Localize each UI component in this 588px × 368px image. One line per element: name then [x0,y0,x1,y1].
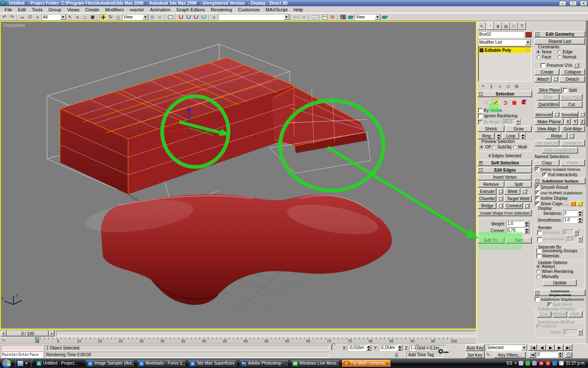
language-indicator[interactable]: ES [507,361,512,365]
connect-button[interactable]: Connect [504,203,523,209]
modifier-onoff-icon[interactable] [480,48,483,52]
grid-align-button[interactable]: Grid Align [561,126,585,132]
material-editor-icon[interactable] [339,14,346,21]
layer-manager-icon[interactable] [311,14,318,21]
menu-group[interactable]: Group [45,7,64,13]
tab-hierarchy[interactable]: ⋔ [494,22,502,30]
turn-button[interactable]: Turn [506,237,532,244]
constraint-none-radio[interactable] [536,50,541,54]
snap-3d-icon[interactable] [177,14,184,21]
edit-tri-button[interactable]: Edit Tri. [478,237,504,244]
connect-settings-button[interactable] [524,203,530,209]
isolate-mode-icon[interactable]: x [395,352,398,357]
keyboard-shortcut-key-icon[interactable] [435,346,446,357]
align-icon[interactable]: ≡ [300,14,307,21]
dropdown-arrow-icon[interactable] [525,40,531,45]
remove-modifier-icon[interactable]: ∅ [505,83,512,89]
loop-button[interactable]: Loop [502,133,519,139]
menu-reactor[interactable]: reactor [127,7,147,13]
update-button[interactable]: Update [543,280,577,286]
display-smoothness-spinner[interactable]: 1,0 [563,217,583,223]
planar-z-button[interactable]: Z [579,119,585,125]
slice-plane-button[interactable]: Slice Plane [537,87,562,93]
attach-button[interactable]: Attach [535,76,551,82]
set-key-button[interactable]: Set Key [465,352,485,358]
tray-icon-ati[interactable]: A [546,361,550,365]
reference-coordinate-dropdown[interactable]: View [122,14,148,20]
preview-off-radio[interactable] [480,145,484,149]
rollout-edit-edges[interactable]: -Edit Edges [478,167,532,173]
by-angle-spinner[interactable]: 45,0 [503,119,520,125]
taskbar-button-conversation[interactable]: TTía Mai© comenta, ... [341,359,391,367]
taskbar-button-ie3[interactable]: e3ds Max Superficies ... [188,359,237,367]
update-when-rendering-radio[interactable] [536,270,541,274]
rollout-soft-selection[interactable]: +Soft Selection [478,160,532,166]
mirror-icon[interactable]: ▷◁ [293,14,300,21]
modifier-stack[interactable]: Editable Poly ▷ [478,46,532,82]
rollout-selection[interactable]: -Selection [478,91,532,97]
taskbar-button-3dsmax[interactable]: GUntitled - Project... [34,359,84,367]
object-name-field[interactable]: Box02 [478,31,524,38]
tray-icon-display[interactable] [519,361,523,365]
preserve-uvs-settings-button[interactable] [574,63,579,68]
y-coord-spinner[interactable]: -0,154m [379,345,402,351]
selection-lock-icon[interactable] [331,345,332,349]
time-configuration-button[interactable] [565,352,572,358]
planar-x-button[interactable]: X [565,119,571,125]
preserve-uvs-checkbox[interactable] [541,63,545,68]
taskbar-button-messenger[interactable]: WWindows Live Mess... [290,359,340,367]
panel-scrollbar[interactable] [586,21,588,344]
bind-spacewarp-icon[interactable]: ≈ [34,14,41,21]
current-frame-spinner[interactable]: 0 [537,352,563,357]
select-link-icon[interactable]: ∞ [19,14,26,21]
msmooth-settings-button[interactable] [554,112,559,117]
maxscript-mini-listener[interactable] [1,345,43,351]
bridge-settings-button[interactable] [498,203,503,209]
target-weld-button[interactable]: Target Weld [504,196,532,202]
extrude-button[interactable]: Extrude [478,188,496,195]
display-iterations-spinner[interactable]: 3 [563,210,583,216]
named-selection-edit-icon[interactable]: ≡ [210,14,218,21]
ignore-backfacing-checkbox[interactable] [478,114,483,118]
time-slider-prev-button[interactable]: < [1,331,7,336]
taskbar-clock[interactable]: 11:27 p.m. [566,361,585,365]
extrude-settings-button[interactable] [498,189,503,194]
weld-settings-button[interactable] [522,189,527,194]
tab-display[interactable]: □ [510,22,518,30]
close-button[interactable]: × [580,1,587,6]
menu-maxscript[interactable]: MAXScript [263,7,291,13]
constraint-normal-radio[interactable] [557,55,562,59]
chamfer-button[interactable]: Chamfer [478,196,496,202]
dropdown-arrow-icon[interactable] [522,345,527,350]
unlink-icon[interactable]: ∅ [26,14,34,21]
track-bar[interactable]: ∿ 05101520253035404550556065707580859095… [0,337,477,344]
render-shortcut-dropdown[interactable]: View [354,14,381,20]
relax-settings-button[interactable] [569,133,574,139]
menu-animation[interactable]: Animation [147,7,173,13]
crease-spinner[interactable]: 0,76 [507,228,529,233]
rollout-edit-geometry[interactable]: -Edit Geometry [534,31,585,37]
planar-y-button[interactable]: Y [572,119,578,125]
grow-button[interactable]: Grow [506,126,532,132]
render-smoothness-checkbox[interactable] [537,237,542,242]
menu-help[interactable]: Help [291,7,306,13]
by-vertex-checkbox[interactable] [478,108,483,113]
vertex-subobject-icon[interactable] [483,99,490,106]
curve-editor-icon[interactable] [321,14,328,21]
border-subobject-icon[interactable] [501,99,509,106]
weld-button[interactable]: Weld [504,188,520,195]
perspective-viewport[interactable]: Perspective [0,21,477,329]
repeat-last-button[interactable]: Repeat Last [535,38,585,45]
modifier-stack-item[interactable]: Editable Poly ▷ [479,47,531,53]
tray-icon-messenger[interactable] [525,361,530,365]
create-shape-button[interactable]: Create Shape From Selection [478,210,532,216]
copy-button[interactable]: Copy [535,160,559,166]
key-mode-toggle-button[interactable]: |◀ [529,352,536,358]
menu-file[interactable]: File [2,7,15,13]
polygon-subobject-icon[interactable] [510,99,518,106]
modifier-list-dropdown[interactable]: Modifier List [478,39,531,45]
key-mode-dropdown[interactable]: Selected [486,344,527,351]
rollout-subdivision-surface[interactable]: -Subdivision Surface [534,178,585,184]
quick-launch-more-chevron[interactable]: » [25,361,28,365]
view-align-button[interactable]: View Align [535,126,559,132]
